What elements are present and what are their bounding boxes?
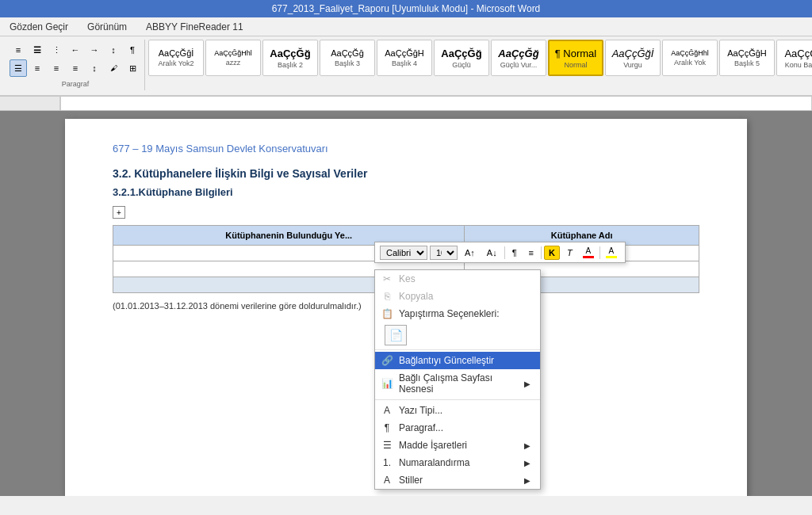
style-azzz[interactable]: AaÇçĞğHhl azzz bbox=[205, 40, 261, 76]
title-bar: 677_2013_Faaliyet_Raporu [Uyumluluk Modu… bbox=[0, 0, 812, 17]
align-left-icon[interactable]: ☰ bbox=[10, 59, 27, 77]
paragraph-align-button[interactable]: ¶ bbox=[508, 246, 522, 260]
borders-icon[interactable]: ⊞ bbox=[124, 59, 141, 77]
shading-icon[interactable]: 🖌 bbox=[105, 59, 122, 77]
style-normal-preview: ¶ Normal bbox=[555, 48, 597, 59]
context-menu-kopyala[interactable]: ⎘ Kopyala bbox=[375, 288, 540, 305]
font-size-selector[interactable]: 10 bbox=[430, 246, 458, 260]
submenu-arrow-icon-3: ▶ bbox=[524, 459, 530, 467]
menu-abbyy[interactable]: ABBYY FineReader 11 bbox=[143, 21, 247, 33]
style-vurgu-label: Vurgu bbox=[623, 61, 642, 69]
sort-icon[interactable]: ↕ bbox=[105, 41, 122, 59]
style-konu-basl-label: Konu Başl... bbox=[785, 61, 812, 69]
style-aralik-yok-preview: AaÇçĞğHhl bbox=[671, 49, 709, 57]
font-selector[interactable]: Calibri bbox=[380, 246, 427, 260]
ctx-madde-label: Madde İşaretleri bbox=[399, 440, 467, 451]
decrease-indent-icon[interactable]: ← bbox=[67, 41, 84, 59]
ctx-yapistirma-label: Yapıştırma Seçenekleri: bbox=[399, 308, 500, 319]
context-menu-madde-isaretleri[interactable]: ☰ Madde İşaretleri ▶ bbox=[375, 437, 540, 454]
multilevel-list-icon[interactable]: ⋮ bbox=[48, 41, 65, 59]
shrink-font-button[interactable]: A↓ bbox=[482, 246, 502, 260]
style-aralik-yok2[interactable]: AaÇçĞğİ Aralık Yok2 bbox=[148, 40, 204, 76]
style-konu-basl[interactable]: AaÇçĞğ Konu Başl... bbox=[776, 40, 812, 76]
context-menu-bagli-calisma[interactable]: 📊 Bağlı Çalışma Sayfası Nesnesi ▶ bbox=[375, 369, 540, 398]
doc-heading1: 3.2. Kütüphanelere İlişkin Bilgi ve Sayı… bbox=[113, 167, 699, 180]
ctx-baglanti-label: Bağlantıyı Güncelleştir bbox=[399, 355, 494, 366]
style-baslik2[interactable]: AaÇçĞğ Başlık 2 bbox=[262, 40, 318, 76]
indent-button[interactable]: ≡ bbox=[524, 246, 538, 260]
paragraph-section-label: Paragraf bbox=[10, 79, 141, 89]
submenu-arrow-icon-4: ▶ bbox=[524, 476, 530, 485]
style-aralik-yok[interactable]: AaÇçĞğHhl Aralık Yok bbox=[662, 40, 718, 76]
paragraph-icons: ≡ ☰ ⋮ ← → ↕ ¶ ☰ ≡ ≡ ≡ ↕ 🖌 ⊞ Paragraf bbox=[6, 40, 145, 90]
align-center-icon[interactable]: ≡ bbox=[29, 59, 46, 77]
scissors-icon: ✂ bbox=[380, 272, 394, 286]
line-spacing-icon[interactable]: ↕ bbox=[86, 59, 103, 77]
font-color-button[interactable]: A bbox=[580, 245, 597, 260]
style-baslik3[interactable]: AaÇçĞğ Başlık 3 bbox=[320, 40, 375, 76]
context-menu-yazi-tipi[interactable]: A Yazı Tipi... bbox=[375, 402, 540, 419]
show-marks-icon[interactable]: ¶ bbox=[124, 41, 141, 59]
context-menu-numaralandirma[interactable]: 1. Numaralandırma ▶ bbox=[375, 454, 540, 471]
style-baslik5-label: Başlık 5 bbox=[734, 59, 760, 67]
style-guclu[interactable]: AaÇçĞğ Güçlü bbox=[434, 40, 489, 76]
align-right-icon[interactable]: ≡ bbox=[48, 59, 65, 77]
style-konu-basl-preview: AaÇçĞğ bbox=[784, 48, 812, 59]
bullet-list-icon[interactable]: ≡ bbox=[10, 41, 27, 59]
style-baslik2-label: Başlık 2 bbox=[278, 61, 303, 69]
mini-toolbar: Calibri 10 A↑ A↓ ¶ ≡ K T A A bbox=[374, 242, 626, 263]
style-aralik-yok2-preview: AaÇçĞğİ bbox=[159, 48, 194, 58]
increase-indent-icon[interactable]: → bbox=[86, 41, 103, 59]
menu-gorunum[interactable]: Görünüm bbox=[84, 21, 130, 33]
numbering-icon: 1. bbox=[380, 456, 394, 470]
page: 677 – 19 Mayıs Samsun Devlet Konservatuv… bbox=[65, 119, 747, 496]
ruler-inner: // Ruler ticks will be drawn by JS bbox=[59, 97, 812, 110]
context-menu: ✂ Kes ⎘ Kopyala 📋 Yapıştırma Seçenekleri… bbox=[374, 269, 541, 490]
ruler: // Ruler ticks will be drawn by JS bbox=[0, 97, 812, 111]
justify-icon[interactable]: ≡ bbox=[67, 59, 84, 77]
paste-option-1[interactable]: 📄 bbox=[385, 325, 407, 345]
ctx-separator bbox=[375, 349, 540, 350]
context-menu-paragraf[interactable]: ¶ Paragraf... bbox=[375, 419, 540, 437]
style-baslik4[interactable]: AaÇçĞğH Başlık 4 bbox=[377, 40, 432, 76]
doc-area[interactable]: 677 – 19 Mayıs Samsun Devlet Konservatuv… bbox=[0, 111, 812, 496]
styles-section: AaÇçĞğİ Aralık Yok2 AaÇçĞğHhl azzz AaÇçĞ… bbox=[148, 40, 812, 76]
style-vurgu-preview: AaÇçĞğİ bbox=[612, 48, 654, 59]
style-baslik5-preview: AaÇçĞğH bbox=[727, 48, 767, 58]
style-baslik3-preview: AaÇçĞğ bbox=[331, 48, 364, 58]
copy-icon: ⎘ bbox=[380, 289, 394, 303]
style-baslik4-preview: AaÇçĞğH bbox=[385, 48, 424, 58]
style-aralik-yok2-label: Aralık Yok2 bbox=[158, 59, 193, 67]
grow-font-button[interactable]: A↑ bbox=[460, 246, 480, 260]
context-menu-yapistirma[interactable]: 📋 Yapıştırma Seçenekleri: bbox=[375, 305, 540, 322]
italic-button[interactable]: T bbox=[562, 246, 577, 260]
style-baslik5[interactable]: AaÇçĞğH Başlık 5 bbox=[719, 40, 775, 76]
style-guclu-vur[interactable]: AaÇçĞğ Güçlü Vur... bbox=[491, 40, 546, 76]
context-menu-stiller[interactable]: A Stiller ▶ bbox=[375, 471, 540, 489]
style-azzz-label: azzz bbox=[226, 59, 241, 67]
ctx-kes-label: Kes bbox=[399, 273, 416, 284]
table-expand-icon[interactable]: + bbox=[113, 206, 125, 219]
style-normal[interactable]: ¶ Normal Normal bbox=[548, 40, 603, 76]
table-icon-wrap: + bbox=[113, 206, 699, 219]
style-normal-label: Normal bbox=[564, 61, 587, 69]
link-update-icon: 🔗 bbox=[380, 353, 394, 368]
style-baslik4-label: Başlık 4 bbox=[392, 59, 417, 67]
ctx-kopyala-label: Kopyala bbox=[399, 291, 433, 302]
numbered-list-icon[interactable]: ☰ bbox=[29, 41, 46, 59]
paste-options-row: 📄 bbox=[375, 322, 540, 348]
list-icon: ☰ bbox=[380, 438, 394, 452]
paragraph-icon: ¶ bbox=[380, 421, 394, 435]
ctx-numaralandirma-label: Numaralandırma bbox=[399, 457, 469, 468]
menu-gozden-gecir[interactable]: Gözden Geçir bbox=[6, 21, 71, 33]
style-vurgu[interactable]: AaÇçĞğİ Vurgu bbox=[605, 40, 661, 76]
doc-subtitle: 677 – 19 Mayıs Samsun Devlet Konservatuv… bbox=[113, 143, 699, 154]
bold-button[interactable]: K bbox=[544, 246, 560, 260]
highlight-button[interactable]: A bbox=[603, 245, 620, 260]
ctx-yazi-tipi-label: Yazı Tipi... bbox=[399, 405, 442, 416]
styles-icon: A bbox=[380, 473, 394, 487]
context-menu-kes[interactable]: ✂ Kes bbox=[375, 270, 540, 288]
context-menu-baglanti-guncelle[interactable]: 🔗 Bağlantıyı Güncelleştir bbox=[375, 352, 540, 369]
ctx-paragraf-label: Paragraf... bbox=[399, 422, 443, 433]
toolbar-separator bbox=[504, 246, 505, 259]
